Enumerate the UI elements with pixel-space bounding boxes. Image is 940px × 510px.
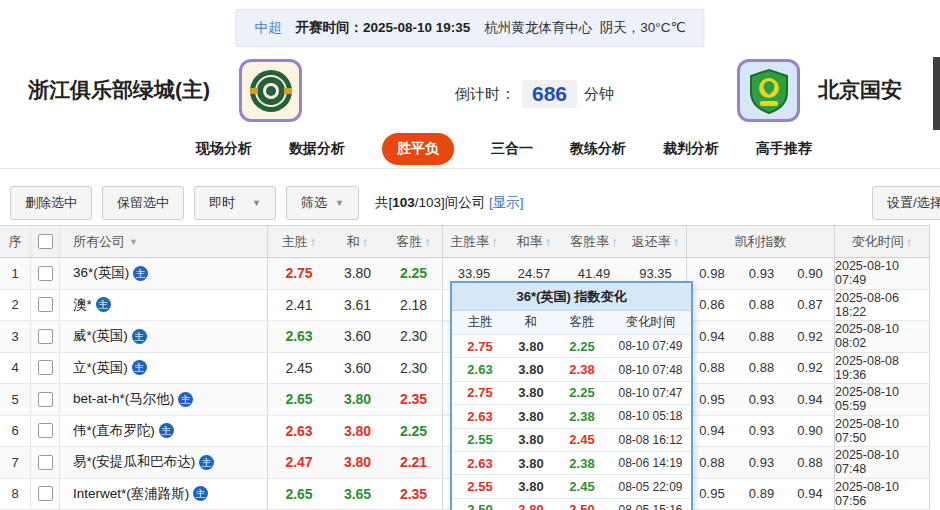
settings-select-button[interactable]: 设置/选择 xyxy=(872,186,940,220)
company-cell[interactable]: bet-at-h*(马尔他)主 xyxy=(60,384,268,415)
seq-cell: 8 xyxy=(0,479,31,510)
seq-cell: 6 xyxy=(0,416,31,447)
company-cell[interactable]: 威*(英国)主 xyxy=(60,321,268,352)
popup-col-away: 客胜 xyxy=(554,314,610,331)
kelly-draw-cell: 0.93 xyxy=(737,416,786,447)
seq-cell: 3 xyxy=(0,321,31,352)
row-checkbox[interactable] xyxy=(38,455,53,470)
sort-asc-icon: ↑ xyxy=(362,234,369,249)
home-odds-cell: 2.65 xyxy=(268,479,330,510)
kelly-away-cell: 0.87 xyxy=(786,290,835,321)
sort-asc-icon: ↑ xyxy=(424,234,431,249)
row-checkbox[interactable] xyxy=(38,360,53,375)
company-name: 澳* xyxy=(73,296,92,314)
draw-odds-cell: 3.65 xyxy=(330,479,385,510)
col-away-rate[interactable]: 客胜率↑ xyxy=(563,226,625,257)
scrollbar[interactable] xyxy=(933,57,940,130)
delete-selected-button[interactable]: 删除选中 xyxy=(10,186,92,220)
home-badge-icon: 主 xyxy=(132,329,147,344)
popup-home-odds: 2.75 xyxy=(452,335,508,357)
show-link[interactable]: [显示] xyxy=(489,195,524,210)
home-odds-cell: 2.41 xyxy=(268,290,330,321)
kelly-draw-cell: 0.88 xyxy=(737,321,786,352)
popup-change-time: 08-05 22:09 xyxy=(610,475,691,497)
col-draw-rate[interactable]: 和率↑ xyxy=(505,226,563,257)
col-home-odds[interactable]: 主胜↑ xyxy=(268,226,330,257)
popup-draw-odds: 3.80 xyxy=(508,429,554,451)
table-header-row: 序 所有公司▼ 主胜↑ 和↑ 客胜↑ 主胜率↑ 和率↑ 客胜率↑ 返还率↑ 凯利… xyxy=(0,225,930,258)
tab-coach-analysis[interactable]: 教练分析 xyxy=(570,140,626,158)
change-time-cell: 2025-08-10 08:02 xyxy=(835,321,930,352)
home-badge-icon: 主 xyxy=(193,486,208,501)
popup-away-odds: 2.38 xyxy=(554,405,610,427)
popup-change-time: 08-10 07:49 xyxy=(610,335,691,357)
company-cell[interactable]: Interwet*(塞浦路斯)主 xyxy=(60,479,268,510)
popup-away-odds: 2.25 xyxy=(554,335,610,357)
company-name: 伟*(直布罗陀) xyxy=(73,422,155,440)
filter-dropdown-label: 筛选 xyxy=(301,194,327,212)
company-cell[interactable]: 立*(英国)主 xyxy=(60,353,268,384)
col-home-rate[interactable]: 主胜率↑ xyxy=(443,226,505,257)
sort-asc-icon: ↑ xyxy=(545,234,552,249)
league-label[interactable]: 中超 xyxy=(254,19,281,37)
company-cell[interactable]: 36*(英国)主 xyxy=(60,258,268,289)
row-checkbox[interactable] xyxy=(38,297,53,312)
col-change-time[interactable]: 变化时间↑ xyxy=(835,226,930,257)
popup-home-odds: 2.50 xyxy=(452,499,508,510)
countdown-value: 686 xyxy=(522,80,577,108)
tab-data-analysis[interactable]: 数据分析 xyxy=(289,140,345,158)
row-checkbox[interactable] xyxy=(38,423,53,438)
away-odds-cell: 2.35 xyxy=(385,479,443,510)
home-badge-icon: 主 xyxy=(178,392,193,407)
col-return-rate[interactable]: 返还率↑ xyxy=(625,226,687,257)
row-checkbox[interactable] xyxy=(38,392,53,407)
kelly-home-cell: 0.94 xyxy=(687,416,737,447)
away-odds-cell: 2.35 xyxy=(385,384,443,415)
popup-header-row: 主胜 和 客胜 变化时间 xyxy=(452,311,691,335)
tab-expert-picks[interactable]: 高手推荐 xyxy=(756,140,812,158)
popup-change-time: 08-10 07:47 xyxy=(610,382,691,404)
match-info-bar: 中超 开赛时间：2025-08-10 19:35 杭州黄龙体育中心 阴天，30°… xyxy=(235,9,704,47)
odds-change-popup: 36*(英国) 指数变化 主胜 和 客胜 变化时间 2.753.802.2508… xyxy=(450,281,693,510)
keep-selected-button[interactable]: 保留选中 xyxy=(102,186,184,220)
home-badge-icon: 主 xyxy=(159,423,174,438)
draw-odds-cell: 3.80 xyxy=(330,447,385,478)
row-checkbox[interactable] xyxy=(38,266,53,281)
popup-away-odds: 2.38 xyxy=(554,358,610,380)
seq-cell: 5 xyxy=(0,384,31,415)
popup-change-time: 08-08 16:12 xyxy=(610,429,691,451)
tab-live-analysis[interactable]: 现场分析 xyxy=(196,140,252,158)
home-odds-cell: 2.45 xyxy=(268,353,330,384)
away-odds-cell: 2.21 xyxy=(385,447,443,478)
draw-odds-cell: 3.60 xyxy=(330,353,385,384)
seq-cell: 2 xyxy=(0,290,31,321)
col-away-odds[interactable]: 客胜↑ xyxy=(385,226,443,257)
tab-three-in-one[interactable]: 三合一 xyxy=(491,140,533,158)
company-cell[interactable]: 易*(安提瓜和巴布达)主 xyxy=(60,447,268,478)
popup-away-odds: 2.45 xyxy=(554,475,610,497)
row-checkbox[interactable] xyxy=(38,329,53,344)
company-cell[interactable]: 澳*主 xyxy=(60,290,268,321)
filter-dropdown[interactable]: 筛选 ▼ xyxy=(286,186,359,220)
tab-win-draw-lose[interactable]: 胜平负 xyxy=(382,133,454,165)
zhejiang-crest-icon xyxy=(248,68,294,114)
checkbox-cell xyxy=(31,353,60,384)
tab-referee-analysis[interactable]: 裁判分析 xyxy=(663,140,719,158)
popup-body: 2.753.802.2508-10 07:492.633.802.3808-10… xyxy=(452,335,691,510)
popup-row: 2.753.802.2508-10 07:47 xyxy=(452,382,691,405)
sort-asc-icon: ↑ xyxy=(906,234,913,249)
popup-draw-odds: 3.80 xyxy=(508,335,554,357)
col-company[interactable]: 所有公司▼ xyxy=(60,226,268,257)
select-all-checkbox[interactable] xyxy=(38,234,53,249)
row-checkbox[interactable] xyxy=(38,486,53,501)
home-odds-cell: 2.47 xyxy=(268,447,330,478)
away-odds-cell: 2.25 xyxy=(385,258,443,289)
instant-dropdown-label: 即时 xyxy=(209,194,235,212)
seq-cell: 4 xyxy=(0,353,31,384)
popup-row: 2.753.802.2508-10 07:49 xyxy=(452,335,691,358)
instant-dropdown[interactable]: 即时 ▼ xyxy=(194,186,276,220)
popup-col-time: 变化时间 xyxy=(610,314,691,331)
col-draw-odds[interactable]: 和↑ xyxy=(330,226,385,257)
company-cell[interactable]: 伟*(直布罗陀)主 xyxy=(60,416,268,447)
change-time-cell: 2025-08-10 07:48 xyxy=(835,447,930,478)
